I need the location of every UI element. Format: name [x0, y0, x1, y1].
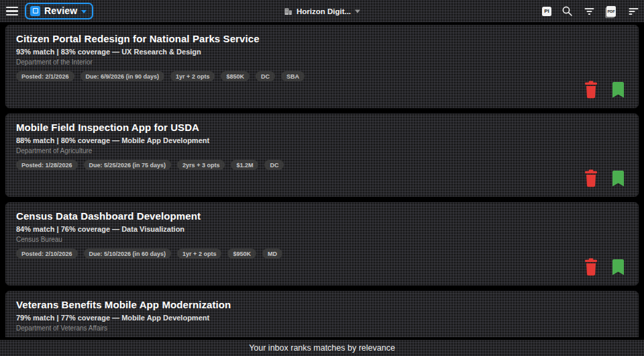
view-selector-review[interactable]: Review	[25, 3, 93, 19]
org-switcher[interactable]: Horizon Digit...	[284, 7, 360, 15]
agency-name: Department of Veterans Affairs	[16, 324, 628, 332]
save-button[interactable]	[612, 171, 624, 187]
agency-name: Department of the Interior	[16, 58, 628, 66]
chip: 1yr + 2 opts	[177, 249, 221, 259]
chip: DC	[264, 160, 284, 170]
match-coverage-line: 79% match | 77% coverage — Mobile App De…	[16, 314, 628, 322]
bookmark-icon	[612, 259, 624, 275]
discard-button[interactable]	[584, 258, 598, 276]
card-title: Mobile Field Inspection App for USDA	[16, 122, 628, 133]
trash-icon	[584, 258, 598, 276]
trash-icon	[584, 81, 598, 99]
menu-icon[interactable]	[6, 7, 18, 15]
chip: Posted: 1/28/2026	[16, 160, 78, 170]
review-view-icon	[30, 6, 40, 16]
pdf-export-icon[interactable]: PDF	[604, 5, 618, 18]
chip: $850K	[221, 71, 250, 81]
chip: $1.2M	[231, 160, 258, 170]
bookmark-icon	[612, 171, 624, 187]
agency-name: Department of Agriculture	[16, 147, 628, 154]
save-button[interactable]	[612, 259, 624, 275]
match-coverage-line: 88% match | 80% coverage — Mobile App De…	[16, 136, 628, 144]
match-coverage-line: 93% match | 83% coverage — UX Research &…	[16, 48, 628, 56]
chip: Due: 6/9/2026 (in 90 days)	[80, 71, 165, 81]
search-icon[interactable]	[560, 5, 574, 18]
agency-name: Census Bureau	[16, 236, 628, 243]
chip: $950K	[227, 249, 256, 259]
chip: Posted: 2/1/2026	[16, 71, 74, 81]
footer-bar: Your inbox ranks matches by relevance	[0, 337, 644, 356]
chip: SBA	[281, 71, 305, 81]
card-actions	[584, 81, 624, 99]
chip: 1yr + 2 opts	[170, 71, 215, 81]
filter-icon[interactable]	[582, 5, 596, 18]
chip: 2yrs + 3 opts	[177, 160, 225, 170]
chip-row: Posted: 1/28/2026Due: 5/25/2026 (in 75 d…	[16, 160, 628, 170]
chip: Due: 5/25/2026 (in 75 days)	[84, 160, 172, 170]
opportunity-card[interactable]: Citizen Portal Redesign for National Par…	[5, 25, 639, 108]
card-actions	[584, 169, 624, 187]
match-coverage-line: 84% match | 76% coverage — Data Visualiz…	[16, 225, 628, 233]
chip: Posted: 2/10/2026	[16, 249, 78, 259]
card-title: Census Data Dashboard Development	[16, 210, 628, 222]
bookmark-icon	[612, 82, 624, 98]
card-actions	[584, 258, 624, 276]
card-list: Citizen Portal Redesign for National Par…	[0, 22, 644, 356]
chip-row: Posted: 2/1/2026Due: 6/9/2026 (in 90 day…	[16, 71, 628, 81]
chip-row: Posted: 2/10/2026Due: 5/10/2026 (in 60 d…	[16, 249, 628, 259]
topbar-actions: PI PDF	[542, 0, 640, 22]
discard-button[interactable]	[584, 81, 598, 99]
logo-badge[interactable]: PI	[542, 7, 551, 16]
chip: DC	[256, 71, 275, 81]
opportunity-card[interactable]: Mobile Field Inspection App for USDA 88%…	[5, 114, 639, 197]
sort-icon[interactable]	[627, 5, 640, 18]
chip: MD	[262, 249, 282, 259]
top-bar: Review Horizon Digit... PI PDF	[0, 0, 644, 22]
chip: Due: 5/10/2026 (in 60 days)	[84, 249, 172, 259]
opportunity-card[interactable]: Census Data Dashboard Development 84% ma…	[5, 202, 639, 285]
chevron-down-icon	[355, 10, 360, 13]
card-title: Citizen Portal Redesign for National Par…	[16, 33, 628, 44]
footer-message: Your inbox ranks matches by relevance	[249, 343, 395, 353]
card-title: Veterans Benefits Mobile App Modernizati…	[16, 299, 628, 310]
pdf-page-glyph: PDF	[606, 6, 616, 17]
trash-icon	[584, 169, 598, 187]
building-icon	[284, 7, 292, 15]
org-switcher-label: Horizon Digit...	[297, 7, 351, 15]
discard-button[interactable]	[584, 169, 598, 187]
save-button[interactable]	[612, 82, 624, 98]
view-selector-label: Review	[44, 5, 77, 16]
chevron-down-icon	[81, 10, 87, 13]
